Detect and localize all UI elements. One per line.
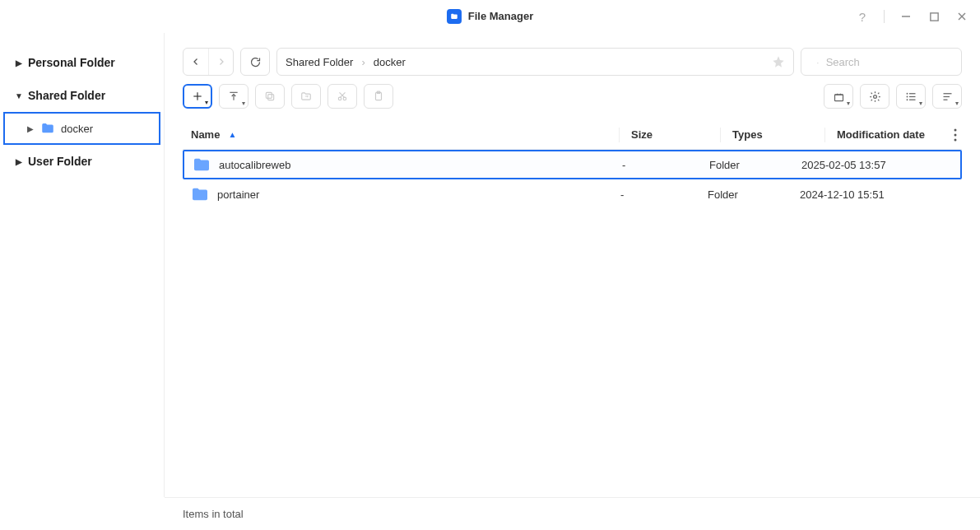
sidebar-item-docker[interactable]: ▶ docker: [5, 114, 159, 143]
settings-button[interactable]: [860, 84, 889, 109]
table-header: Name ▲ Size Types Modification date: [183, 120, 962, 150]
refresh-button[interactable]: [240, 48, 270, 76]
copy-button[interactable]: [255, 84, 285, 109]
svg-point-33: [954, 133, 957, 136]
file-modified: 2025-02-05 13:57: [801, 159, 886, 171]
file-type: Folder: [708, 188, 738, 201]
breadcrumb-part[interactable]: docker: [374, 56, 406, 68]
file-name: portainer: [217, 188, 259, 201]
file-modified: 2024-12-10 15:51: [800, 188, 885, 201]
column-divider: [619, 128, 620, 142]
app-folder-icon: [447, 9, 462, 24]
sidebar-item-label: Shared Folder: [28, 89, 105, 102]
chevron-right-icon: ›: [361, 56, 365, 68]
svg-rect-11: [266, 92, 272, 98]
sidebar: ▶ Personal Folder ▼ Shared Folder ▶ dock…: [0, 33, 165, 497]
svg-point-28: [906, 99, 908, 100]
svg-point-32: [954, 128, 957, 131]
paste-button[interactable]: [364, 84, 393, 109]
column-divider: [824, 128, 825, 142]
app-title: File Manager: [468, 10, 533, 22]
column-divider: [720, 128, 721, 142]
titlebar: File Manager ?: [0, 0, 980, 33]
column-label: Types: [732, 128, 763, 141]
search-separator: ·: [816, 56, 820, 68]
help-icon[interactable]: ?: [856, 10, 869, 23]
svg-rect-18: [834, 95, 843, 101]
sidebar-item-label: User Folder: [28, 155, 92, 168]
nav-back-button[interactable]: [183, 49, 208, 75]
sidebar-item-label: Personal Folder: [28, 56, 115, 69]
svg-rect-1: [930, 12, 937, 20]
svg-point-12: [338, 97, 341, 100]
svg-line-15: [340, 92, 345, 97]
sidebar-item-shared-folder[interactable]: ▼ Shared Folder: [0, 79, 164, 112]
file-type: Folder: [709, 159, 740, 171]
caret-down-icon: ▼: [15, 91, 23, 100]
view-list-button[interactable]: ▾: [896, 84, 926, 109]
sidebar-item-user-folder[interactable]: ▶ User Folder: [0, 145, 164, 178]
svg-point-34: [954, 138, 957, 141]
maximize-icon[interactable]: [927, 10, 941, 23]
sort-button[interactable]: ▾: [932, 84, 962, 109]
separator: [884, 10, 885, 23]
upload-button[interactable]: ▾: [219, 84, 248, 109]
status-bar: Items in total: [165, 497, 980, 530]
file-size: -: [622, 159, 625, 171]
folder-icon: [193, 157, 211, 172]
sidebar-item-personal-folder[interactable]: ▶ Personal Folder: [0, 46, 164, 79]
column-label: Size: [631, 128, 653, 141]
search-box[interactable]: ·: [801, 48, 962, 76]
column-header-name[interactable]: Name ▲: [191, 128, 619, 141]
column-header-modification[interactable]: Modification date: [837, 128, 962, 141]
file-table: Name ▲ Size Types Modification date: [165, 109, 980, 209]
nav-forward-button[interactable]: [208, 49, 233, 75]
caret-right-icon: ▶: [26, 124, 35, 133]
dropdown-caret-icon: ▾: [847, 100, 850, 107]
new-button[interactable]: ▾: [183, 84, 212, 109]
dropdown-caret-icon: ▾: [955, 100, 959, 107]
sidebar-item-label: docker: [61, 123, 93, 135]
svg-rect-10: [268, 95, 274, 100]
column-more-icon[interactable]: [954, 128, 957, 142]
table-body: autocalibreweb - Folder 2025-02-05 13:57…: [183, 150, 962, 209]
table-row[interactable]: autocalibreweb - Folder 2025-02-05 13:57: [183, 150, 962, 179]
window-controls: ?: [856, 0, 968, 33]
dropdown-caret-icon: ▾: [242, 100, 245, 107]
caret-right-icon: ▶: [15, 58, 23, 67]
column-label: Name: [191, 128, 220, 141]
minimize-icon[interactable]: [899, 10, 913, 23]
svg-line-14: [341, 92, 346, 97]
svg-point-22: [873, 95, 876, 98]
column-label: Modification date: [837, 128, 925, 141]
dropdown-caret-icon: ▾: [205, 99, 208, 106]
file-name: autocalibreweb: [219, 159, 290, 171]
search-input[interactable]: [826, 56, 964, 68]
folder-icon: [39, 120, 56, 137]
table-row[interactable]: portainer - Folder 2024-12-10 15:51: [183, 179, 962, 209]
move-button[interactable]: [291, 84, 321, 109]
svg-point-13: [343, 97, 346, 100]
status-text: Items in total: [183, 508, 244, 520]
dropdown-caret-icon: ▾: [919, 100, 922, 107]
svg-point-27: [906, 95, 908, 97]
content-area: Shared Folder › docker · ▾ ▾: [165, 33, 980, 497]
folder-icon: [191, 187, 209, 202]
app-title-wrap: File Manager: [447, 9, 533, 24]
breadcrumb-part[interactable]: Shared Folder: [286, 56, 353, 68]
svg-point-26: [906, 92, 908, 94]
cut-button[interactable]: [327, 84, 357, 109]
favorite-star-icon[interactable]: [772, 55, 785, 68]
close-icon[interactable]: [955, 10, 968, 23]
column-header-types[interactable]: Types: [732, 128, 824, 141]
file-size: -: [620, 188, 624, 201]
action-toolbar: ▾ ▾ ▾: [165, 76, 980, 109]
nav-back-forward-group: [183, 48, 234, 76]
archive-button[interactable]: ▾: [824, 84, 853, 109]
column-header-size[interactable]: Size: [631, 128, 720, 141]
breadcrumb: Shared Folder › docker: [276, 48, 794, 76]
sort-asc-icon: ▲: [228, 130, 236, 139]
caret-right-icon: ▶: [15, 157, 23, 166]
navigation-toolbar: Shared Folder › docker ·: [165, 33, 980, 76]
